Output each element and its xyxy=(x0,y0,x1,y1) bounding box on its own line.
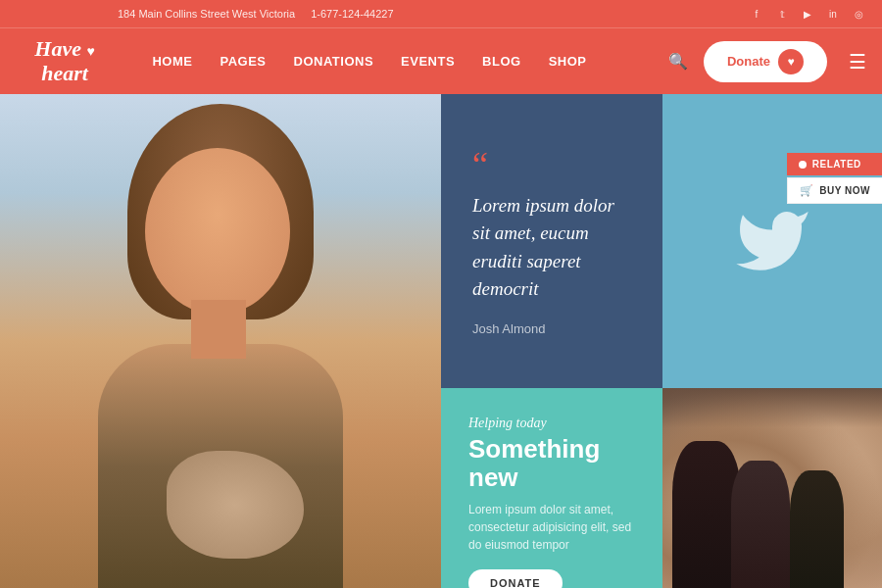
related-button[interactable]: RELATED xyxy=(787,153,882,175)
main-content: “ Lorem ipsum dolor sit amet, eucum erud… xyxy=(0,94,882,588)
search-icon[interactable]: 🔍 xyxy=(664,48,692,74)
nav-home[interactable]: HOME xyxy=(152,54,192,69)
helping-block: Helping today Something new Lorem ipsum … xyxy=(441,388,662,588)
navbar: Have ♥ heart HOME PAGES DONATIONS EVENTS… xyxy=(0,27,882,94)
buy-label: BUY NOW xyxy=(819,185,870,196)
nav-donations[interactable]: DONATIONS xyxy=(294,54,374,69)
donate-cta-button[interactable]: DONATE xyxy=(468,569,563,588)
buy-now-button[interactable]: 🛒 BUY NOW xyxy=(787,177,882,204)
phone: 1-677-124-44227 xyxy=(311,8,393,20)
nav-right: 🔍 Donate ♥ ☰ xyxy=(664,41,866,82)
nav-events[interactable]: EVENTS xyxy=(401,54,455,69)
nav-links: HOME PAGES DONATIONS EVENTS BLOG SHOP xyxy=(74,54,664,69)
cart-icon: 🛒 xyxy=(800,184,814,197)
donate-heart-icon: ♥ xyxy=(778,49,804,74)
helping-body: Lorem ipsum dolor sit amet, consectetur … xyxy=(468,501,635,554)
photo-person-3 xyxy=(790,470,844,588)
youtube-icon[interactable]: ▶ xyxy=(800,6,815,22)
photo-block xyxy=(662,388,882,588)
contact-info: 184 Main Collins Street West Victoria 1-… xyxy=(118,8,394,20)
nav-blog[interactable]: BLOG xyxy=(482,54,521,69)
twitter-icon[interactable]: 𝕥 xyxy=(774,6,790,22)
related-dot-icon xyxy=(799,161,807,169)
quote-author: Josh Almond xyxy=(472,321,631,336)
nav-pages[interactable]: PAGES xyxy=(220,54,266,69)
hamburger-menu-icon[interactable]: ☰ xyxy=(849,50,866,74)
address: 184 Main Collins Street West Victoria xyxy=(118,8,295,20)
person-face xyxy=(145,148,290,315)
twitter-bird-icon xyxy=(728,202,816,280)
hero-image xyxy=(0,94,441,588)
quote-mark: “ xyxy=(472,147,631,182)
side-panel: RELATED 🛒 BUY NOW xyxy=(787,153,882,204)
quote-block: “ Lorem ipsum dolor sit amet, eucum erud… xyxy=(441,94,662,388)
helping-title: Something new xyxy=(468,435,635,491)
social-icons: f 𝕥 ▶ in ◎ xyxy=(749,6,866,22)
nav-shop[interactable]: SHOP xyxy=(549,54,587,69)
facebook-icon[interactable]: f xyxy=(749,6,764,22)
twitter-block: RELATED 🛒 BUY NOW xyxy=(662,94,882,388)
ceiling-detail xyxy=(662,388,882,427)
helping-subtitle: Helping today xyxy=(468,416,635,431)
top-bar: 184 Main Collins Street West Victoria 1-… xyxy=(0,0,882,27)
person-neck xyxy=(191,300,246,359)
quote-text: Lorem ipsum dolor sit amet, eucum erudit… xyxy=(472,192,631,304)
donate-button[interactable]: Donate ♥ xyxy=(704,41,827,82)
instagram-icon[interactable]: ◎ xyxy=(851,6,866,22)
photo-person-2 xyxy=(731,461,790,588)
donate-label: Donate xyxy=(727,54,770,69)
related-label: RELATED xyxy=(812,159,861,170)
linkedin-icon[interactable]: in xyxy=(825,6,841,22)
